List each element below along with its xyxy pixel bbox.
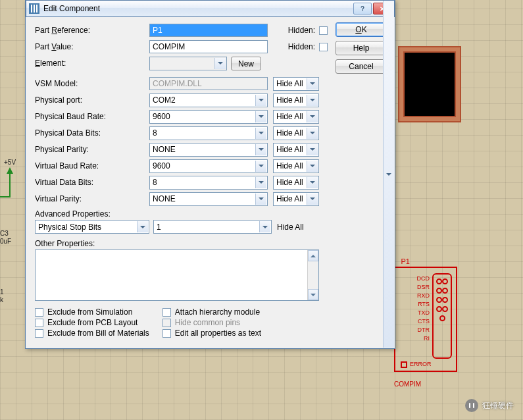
chevron-down-icon xyxy=(255,144,266,155)
chevron-down-icon xyxy=(137,221,148,232)
pin-label: DSR xyxy=(417,284,430,290)
hide-combo[interactable]: Hide All xyxy=(273,126,319,140)
virtual-data-bits-combo[interactable]: 8 xyxy=(149,176,268,190)
label-part-value: Part Value: xyxy=(35,42,149,51)
label-physical-parity: Physical Parity: xyxy=(35,145,149,154)
adv-prop-name-combo[interactable]: Physical Stop Bits xyxy=(35,220,149,234)
pin-label: RXD xyxy=(417,292,430,299)
scrollbar[interactable] xyxy=(307,250,318,300)
part-value-input[interactable]: COMPIM xyxy=(149,40,268,53)
physical-port-combo[interactable]: COM2 xyxy=(149,93,268,107)
titlebar-help-button[interactable]: ? xyxy=(353,3,372,14)
virtual-parity-combo[interactable]: NONE xyxy=(149,192,268,206)
edit-component-dialog: Edit Component ? ✕ Part Reference: P1 Hi… xyxy=(25,0,395,349)
wire xyxy=(9,174,11,197)
hide-combo[interactable]: Hide All xyxy=(273,176,319,190)
adv-prop-value-combo[interactable]: 1 xyxy=(153,220,272,234)
chevron-down-icon xyxy=(383,1,394,348)
compim-ref: P1 xyxy=(401,257,410,265)
chevron-down-icon xyxy=(255,177,266,188)
chevron-down-icon xyxy=(255,111,266,122)
chevron-down-icon xyxy=(307,177,318,188)
scroll-up-icon[interactable] xyxy=(308,250,318,261)
exclude-bom-checkbox[interactable] xyxy=(35,329,43,338)
chevron-down-icon xyxy=(255,194,266,205)
label-hidden: Hidden: xyxy=(288,26,315,35)
pin-label: TXD xyxy=(418,309,430,316)
comp-val: k xyxy=(0,296,3,303)
hidden-ref-checkbox[interactable] xyxy=(319,26,328,35)
attach-hier-checkbox[interactable] xyxy=(162,308,171,317)
chevron-down-icon xyxy=(255,95,266,106)
net-label-5v: +5V xyxy=(4,159,16,166)
chevron-down-icon xyxy=(307,194,318,205)
pin-label: RI xyxy=(424,335,430,342)
label-part-reference: Part Reference: xyxy=(35,26,149,35)
app-icon xyxy=(29,3,39,14)
pin-label: CTS xyxy=(418,318,430,325)
vsm-model-input[interactable]: COMPIM.DLL xyxy=(149,77,268,90)
hide-combo[interactable]: Hide All xyxy=(273,93,319,107)
physical-baud-combo[interactable]: 9600 xyxy=(149,110,268,124)
chevron-down-icon xyxy=(307,95,318,106)
label-vsm-model: VSM Model: xyxy=(35,79,149,88)
edit-all-checkbox[interactable] xyxy=(162,329,171,338)
label-edit-all: Edit all properties as text xyxy=(175,328,261,338)
power-arrow-icon xyxy=(7,167,13,174)
chevron-down-icon xyxy=(307,78,318,90)
label-exclude-bom: Exclude from Bill of Materials xyxy=(47,328,149,338)
element-combo[interactable] xyxy=(149,57,227,70)
chevron-down-icon xyxy=(255,161,266,172)
titlebar[interactable]: Edit Component ? ✕ xyxy=(26,0,395,17)
exclude-pcb-checkbox[interactable] xyxy=(35,319,43,327)
label-exclude-pcb: Exclude from PCB Layout xyxy=(47,318,137,327)
wire xyxy=(0,196,11,197)
ok-button[interactable]: OK xyxy=(336,22,387,37)
pin-label: DTR xyxy=(418,327,430,333)
hide-combo[interactable]: Hide All xyxy=(273,110,319,124)
dialog-left-column: Part Reference: P1 Hidden: Part Value: C… xyxy=(35,22,328,338)
chevron-down-icon xyxy=(214,58,226,69)
hide-combo[interactable]: Hide All xyxy=(277,223,304,232)
other-properties-textarea[interactable] xyxy=(35,249,319,301)
exclude-sim-checkbox[interactable] xyxy=(35,308,43,317)
error-led: ERROR xyxy=(401,361,432,368)
virtual-baud-combo[interactable]: 9600 xyxy=(149,159,268,173)
scroll-down-icon[interactable] xyxy=(308,289,318,300)
chevron-down-icon xyxy=(307,144,318,155)
chevron-down-icon xyxy=(255,128,266,139)
chevron-down-icon xyxy=(307,111,318,122)
label-attach-hier: Attach hierarchy module xyxy=(175,307,260,317)
chevron-down-icon xyxy=(307,161,318,172)
chevron-down-icon xyxy=(259,221,270,232)
label-virtual-baud: Virtual Baud Rate: xyxy=(35,161,149,171)
label-element: Element: xyxy=(35,59,149,68)
compim-name: COMPIM xyxy=(394,381,421,388)
watermark: 狂锤硬件 xyxy=(465,399,514,412)
hide-vsm-combo[interactable]: Hide All xyxy=(273,77,319,91)
hide-combo[interactable]: Hide All xyxy=(273,159,319,173)
cancel-button[interactable]: Cancel xyxy=(336,59,387,74)
new-button[interactable]: New xyxy=(231,57,261,70)
label-hidden: Hidden: xyxy=(288,42,315,51)
pin-label: DCD xyxy=(417,275,430,282)
db9-connector-icon xyxy=(432,273,452,359)
physical-data-bits-combo[interactable]: 8 xyxy=(149,126,268,140)
part-reference-input[interactable]: P1 xyxy=(149,24,268,37)
chevron-down-icon xyxy=(307,128,318,139)
hidden-val-checkbox[interactable] xyxy=(319,43,328,51)
hide-combo[interactable]: Hide All xyxy=(273,192,319,206)
label-virtual-parity: Virtual Parity: xyxy=(35,194,149,203)
label-hide-common: Hide common pins xyxy=(175,318,240,327)
hide-combo[interactable]: Hide All xyxy=(273,143,319,157)
compim-component[interactable]: P1 DCD DSR RXD RTS TXD CTS DTR RI ERROR … xyxy=(394,267,457,379)
hide-common-checkbox xyxy=(162,319,171,327)
label-exclude-sim: Exclude from Simulation xyxy=(47,307,132,317)
compim-body: DCD DSR RXD RTS TXD CTS DTR RI ERROR xyxy=(394,267,457,372)
label-other-properties: Other Properties: xyxy=(35,239,328,248)
cap-ref: C3 xyxy=(0,230,9,237)
label-physical-data-bits: Physical Data Bits: xyxy=(35,128,149,138)
lcd-component xyxy=(398,46,461,122)
physical-parity-combo[interactable]: NONE xyxy=(149,143,268,157)
help-button[interactable]: Help xyxy=(336,41,387,55)
